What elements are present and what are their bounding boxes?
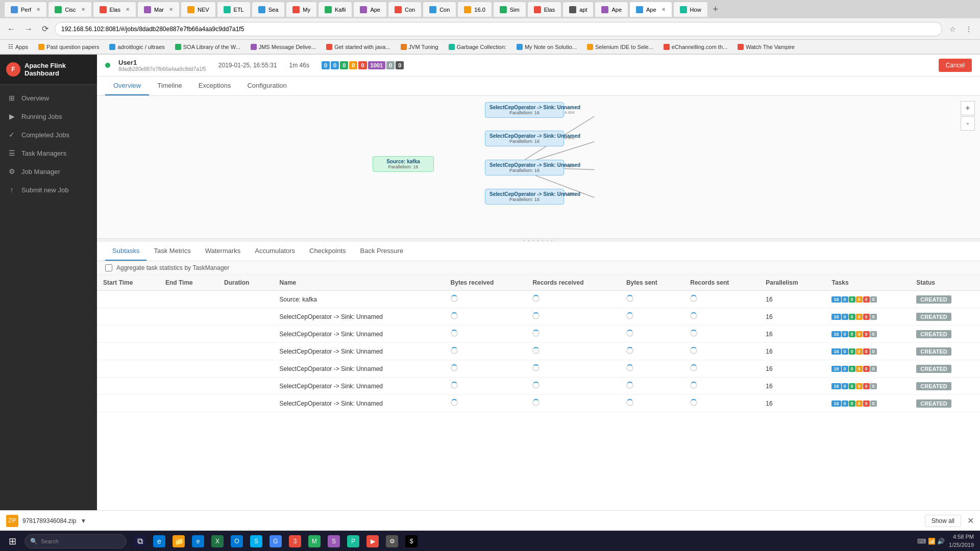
show-all-button[interactable]: Show all [925, 515, 961, 527]
browser-tab-elas[interactable]: Elas✕ [93, 2, 136, 17]
table-row[interactable]: SelectCepOperator -> Sink: Unnamed 16 16… [97, 325, 980, 343]
bookmark-soa[interactable]: SOA Library of the W... [171, 43, 244, 51]
taskbar-app-explorer[interactable]: 📁 [169, 532, 188, 550]
taskbar-app-outlook[interactable]: O [228, 532, 246, 550]
bookmark-past-question[interactable]: Past question papers [34, 43, 103, 51]
sidebar-item-task-managers[interactable]: ☰ Task Managers [0, 144, 97, 162]
browser-tab-mar[interactable]: Mar✕ [137, 2, 180, 17]
subtab-checkpoints[interactable]: Checkpoints [302, 242, 353, 261]
taskbar-app-settings[interactable]: ⚙ [383, 532, 401, 550]
taskbar-app-photos[interactable]: P [344, 532, 362, 550]
graph-node-source[interactable]: Source: kafka Parallelism: 16 [373, 156, 434, 172]
browser-tab-sea[interactable]: Sea [252, 2, 285, 17]
browser-tab-kafli[interactable]: Kafli [318, 2, 352, 17]
sidebar-item-submit-job[interactable]: ↑ Submit new Job [0, 181, 97, 199]
subtab-accumulators[interactable]: Accumulators [248, 242, 302, 261]
taskbar-app-chrome[interactable]: G [266, 532, 285, 550]
back-button[interactable]: ← [4, 23, 18, 35]
browser-tab-nev[interactable]: NEV [181, 2, 216, 17]
tab-close-4[interactable]: ✕ [169, 7, 173, 12]
tab-exceptions[interactable]: Exceptions [190, 77, 239, 95]
tab-close[interactable]: ✕ [36, 7, 40, 12]
taskbar-app-edge[interactable]: e [150, 532, 168, 550]
zoom-in-button[interactable]: + [961, 101, 975, 115]
taskbar-app-maps[interactable]: M [305, 532, 324, 550]
settings-icon[interactable]: ⋮ [962, 22, 976, 36]
taskbar-app-excel[interactable]: X [208, 532, 227, 550]
submit-job-icon: ↑ [7, 186, 16, 194]
browser-tab-how[interactable]: How [673, 2, 708, 17]
browser-tab-ape[interactable]: Ape [353, 2, 387, 17]
bookmark-selenium[interactable]: Selenium IDE to Sele... [583, 43, 657, 51]
sidebar-item-running-jobs[interactable]: ▶ Running Jobs [0, 107, 97, 126]
bookmark-vampire[interactable]: Watch The Vampire [733, 43, 799, 51]
aggregate-label: Aggregate task statistics by TaskManager [116, 264, 229, 271]
sidebar-item-completed-jobs[interactable]: ✓ Completed Jobs [0, 126, 97, 144]
bookmark-java[interactable]: Get started with java... [322, 43, 394, 51]
start-button[interactable]: ⊞ [2, 532, 22, 550]
table-row[interactable]: SelectCepOperator -> Sink: Unnamed 16 16… [97, 378, 980, 395]
taskbar-app-skype[interactable]: S [247, 532, 265, 550]
table-row[interactable]: SelectCepOperator -> Sink: Unnamed 16 16… [97, 343, 980, 360]
browser-tab-my[interactable]: My [286, 2, 317, 17]
tab-close-2[interactable]: ✕ [81, 7, 85, 12]
browser-tab-con1[interactable]: Con [388, 2, 422, 17]
taskbar-app-3d[interactable]: 3 [286, 532, 304, 550]
browser-tab-16[interactable]: 16.0 [457, 2, 492, 17]
graph-node-sink2[interactable]: SelectCepOperator -> Sink: Unnamed Paral… [485, 131, 564, 146]
taskbar-app-store[interactable]: S [325, 532, 343, 550]
tab-configuration[interactable]: Configuration [239, 77, 295, 95]
bookmark-mynote[interactable]: My Note on Solutio... [512, 43, 581, 51]
cell-parallelism: 16 [760, 291, 825, 308]
browser-tab-ape2[interactable]: Ape [595, 2, 628, 17]
taskbar-app-ie[interactable]: e [189, 532, 207, 550]
bookmark-adroitlogic[interactable]: adroitlogic / ultraes [105, 43, 168, 51]
bookmark-jms[interactable]: JMS Message Delive... [247, 43, 320, 51]
cancel-button[interactable]: Cancel [939, 59, 972, 72]
sidebar-item-job-manager[interactable]: ⚙ Job Manager [0, 162, 97, 181]
address-input[interactable] [55, 22, 942, 36]
browser-chrome: Perf✕ Cisc✕ Elas✕ Mar✕ NEV ETL Sea My Ka… [0, 0, 980, 55]
tab-overview[interactable]: Overview [105, 77, 149, 95]
active-tab-close[interactable]: ✕ [662, 7, 666, 12]
browser-tab-cisc[interactable]: Cisc✕ [48, 2, 91, 17]
table-row[interactable]: Source: kafka 16 16 0 0 0 0 0 CREATED [97, 291, 980, 308]
subtab-task-metrics[interactable]: Task Metrics [146, 242, 198, 261]
table-row[interactable]: SelectCepOperator -> Sink: Unnamed 16 16… [97, 395, 980, 412]
subtab-subtasks[interactable]: Subtasks [105, 242, 146, 261]
new-tab-button[interactable]: + [709, 4, 723, 15]
browser-tab-apt[interactable]: apt [562, 2, 594, 17]
graph-node-sink3[interactable]: SelectCepOperator -> Sink: Unnamed Paral… [485, 160, 564, 176]
download-chevron[interactable]: ▼ [80, 517, 86, 524]
aggregate-checkbox[interactable] [105, 264, 112, 271]
download-bar-close[interactable]: ✕ [967, 516, 974, 525]
bookmark-echannelling[interactable]: eChannelling.com th... [659, 43, 731, 51]
browser-tab-sim[interactable]: Sim [493, 2, 526, 17]
graph-node-sink1[interactable]: SelectCepOperator -> Sink: Unnamed Paral… [485, 102, 564, 118]
subtab-back-pressure[interactable]: Back Pressure [353, 242, 411, 261]
graph-node-sink4[interactable]: SelectCepOperator -> Sink: Unnamed Paral… [485, 189, 564, 205]
browser-tab-etl[interactable]: ETL [217, 2, 251, 17]
subtab-watermarks[interactable]: Watermarks [198, 242, 248, 261]
browser-tab-ape3-active[interactable]: Ape✕ [629, 2, 672, 17]
table-row[interactable]: SelectCepOperator -> Sink: Unnamed 16 16… [97, 308, 980, 325]
forward-button[interactable]: → [21, 23, 36, 35]
taskbar-app-task-view[interactable]: ⧉ [131, 532, 149, 550]
tab-timeline[interactable]: Timeline [149, 77, 190, 95]
taskbar-app-terminal[interactable]: $ [402, 532, 421, 550]
job-id: 8dadb280e887e7fb66a4aa9c9dd7a1f5 [118, 66, 206, 72]
zoom-out-button[interactable]: - [961, 116, 975, 131]
browser-tab-elas2[interactable]: Elas [527, 2, 561, 17]
sidebar-item-overview[interactable]: ⊞ Overview [0, 89, 97, 107]
reload-button[interactable]: ⟳ [39, 23, 52, 35]
taskbar-app-media[interactable]: ▶ [363, 532, 382, 550]
browser-tab-con2[interactable]: Con [423, 2, 456, 17]
bookmark-apps[interactable]: ☷ Apps [4, 42, 32, 51]
tab-close-3[interactable]: ✕ [126, 7, 130, 12]
taskbar-search[interactable]: 🔍 Search [24, 534, 127, 548]
bookmark-gc[interactable]: Garbage Collection: [445, 43, 510, 51]
browser-tab-perf[interactable]: Perf✕ [4, 2, 47, 17]
bookmark-icon[interactable]: ☆ [945, 22, 960, 36]
bookmark-jvm[interactable]: JVM Tuning [397, 43, 443, 51]
table-row[interactable]: SelectCepOperator -> Sink: Unnamed 16 16… [97, 360, 980, 378]
